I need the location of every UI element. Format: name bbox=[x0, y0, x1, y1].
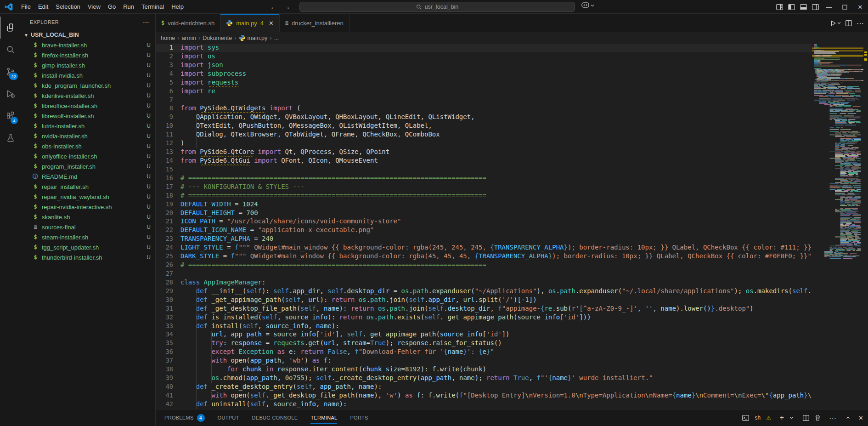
warning-icon[interactable]: ⚠ bbox=[766, 415, 772, 421]
folder-section-header[interactable]: ▼ USR_LOCAL_BIN bbox=[21, 30, 155, 40]
code-line[interactable]: 1import sys bbox=[156, 44, 812, 52]
code-line[interactable]: 31 def _get_desktop_file_path(self, name… bbox=[156, 305, 812, 313]
menu-edit[interactable]: Edit bbox=[34, 0, 52, 13]
activity-testing[interactable] bbox=[0, 127, 21, 149]
back-button[interactable]: ← bbox=[270, 3, 277, 11]
explorer-more-actions-button[interactable]: ⋯ bbox=[143, 18, 150, 26]
panel-tab-terminal[interactable]: TERMINAL bbox=[310, 409, 337, 426]
file-item[interactable]: $gimp-installer.shU bbox=[21, 60, 155, 70]
code-line[interactable]: 21ICON_PATH = "/usr/local/share/icons/vo… bbox=[156, 217, 812, 226]
code-line[interactable]: 18# ====================================… bbox=[156, 192, 812, 200]
file-item[interactable]: $skanlite.shU bbox=[21, 212, 155, 222]
file-item[interactable]: $tgg_script_updater.shU bbox=[21, 242, 155, 252]
code-line[interactable]: 42 def uninstall(self, source_info, name… bbox=[156, 400, 812, 409]
file-item[interactable]: $librewolf-installer.shU bbox=[21, 111, 155, 121]
command-center-search[interactable]: usr_local_bin bbox=[299, 2, 575, 12]
kill-terminal-button[interactable] bbox=[815, 415, 821, 421]
menu-terminal[interactable]: Terminal bbox=[138, 0, 168, 13]
code-line[interactable]: 4import subprocess bbox=[156, 70, 812, 79]
toggle-panel-button[interactable] bbox=[797, 0, 809, 14]
code-line[interactable]: 27 bbox=[156, 270, 812, 278]
code-line[interactable]: 39 os.chmod(app_path, 0o755); self._crea… bbox=[156, 374, 812, 383]
file-item[interactable]: $thunderbird-installer.shU bbox=[21, 252, 155, 262]
file-item[interactable]: $kdenlive-installer.shU bbox=[21, 91, 155, 101]
code-line[interactable]: 35 try: response = requests.get(url, str… bbox=[156, 339, 812, 348]
menu-go[interactable]: Go bbox=[104, 0, 119, 13]
menu-help[interactable]: Help bbox=[168, 0, 187, 13]
breadcrumb-item[interactable]: home bbox=[161, 35, 175, 41]
file-item[interactable]: $repair-nvidia-interactive.shU bbox=[21, 202, 155, 212]
panel-more-actions-button[interactable]: ⋯ bbox=[829, 414, 837, 422]
file-item[interactable]: $brave-installer.shU bbox=[21, 40, 155, 50]
activity-explorer[interactable] bbox=[0, 17, 21, 39]
minimize-button[interactable]: — bbox=[821, 0, 837, 14]
code-line[interactable]: 24LIGHT_STYLE = f""" QWidget#main_window… bbox=[156, 244, 812, 252]
code-line[interactable]: 11 QDialog, QTextBrowser, QTabWidget, QF… bbox=[156, 131, 812, 139]
file-item[interactable]: $program_installer.shU bbox=[21, 161, 155, 171]
code-line[interactable]: 41 with open(self._get_desktop_file_path… bbox=[156, 392, 812, 400]
code-line[interactable]: 8from PySide6.QtWidgets import ( bbox=[156, 104, 812, 113]
breadcrumb-item[interactable]: ... bbox=[274, 35, 279, 41]
file-item[interactable]: $obs-installer.shU bbox=[21, 141, 155, 151]
code-line[interactable]: 5import requests bbox=[156, 79, 812, 87]
code-line[interactable]: 17# --- KONFIGURATION & STYLES --- bbox=[156, 183, 812, 192]
close-tab-button[interactable]: ✕ bbox=[269, 20, 274, 27]
file-item[interactable]: $firefox-installer.shU bbox=[21, 50, 155, 60]
editor-tab-void-einrichten.sh[interactable]: $void-einrichten.sh bbox=[156, 14, 220, 32]
code-line[interactable]: 9 QApplication, QWidget, QVBoxLayout, QH… bbox=[156, 113, 812, 122]
code-line[interactable]: 23TRANSPARENCY_ALPHA = 240 bbox=[156, 235, 812, 244]
file-item[interactable]: $steam-installer.shU bbox=[21, 232, 155, 242]
breadcrumb-item[interactable]: Dokumente bbox=[203, 35, 232, 41]
code-line[interactable]: 36 except Exception as e: return False, … bbox=[156, 348, 812, 357]
overview-ruler[interactable] bbox=[863, 44, 868, 409]
menu-run[interactable]: Run bbox=[119, 0, 138, 13]
code-line[interactable]: 15 bbox=[156, 165, 812, 174]
code-line[interactable]: 32 def is_installed(self, source_info): … bbox=[156, 313, 812, 322]
maximize-panel-button[interactable] bbox=[846, 416, 850, 419]
code-line[interactable]: 20DEFAULT_HEIGHT = 700 bbox=[156, 209, 812, 218]
new-terminal-button[interactable]: + bbox=[780, 414, 784, 422]
file-item[interactable]: $lutris-installer.shU bbox=[21, 121, 155, 131]
file-item[interactable]: $repair_nvidia_wayland.shU bbox=[21, 192, 155, 202]
code-line[interactable]: 37 with open(app_path, 'wb') as f: bbox=[156, 357, 812, 365]
toggle-primary-sidebar-button[interactable] bbox=[785, 0, 797, 14]
panel-tab-output[interactable]: OUTPUT bbox=[218, 409, 239, 426]
activity-run-and-debug[interactable] bbox=[0, 83, 21, 105]
activity-extensions[interactable]: 4 bbox=[0, 105, 21, 127]
code-line[interactable]: 25DARK_STYLE = f""" QWidget#main_window … bbox=[156, 252, 812, 261]
file-item[interactable]: $libreoffice-installer.shU bbox=[21, 101, 155, 111]
code-line[interactable]: 6import re bbox=[156, 87, 812, 96]
split-editor-button[interactable] bbox=[845, 20, 852, 26]
editor-tab-drucker_installieren[interactable]: ≡drucker_installieren bbox=[280, 14, 349, 32]
toggle-secondary-sidebar-button[interactable] bbox=[809, 0, 821, 14]
minimap[interactable] bbox=[812, 44, 863, 409]
code-line[interactable]: 28class AppImageManager: bbox=[156, 278, 812, 287]
activity-source-control[interactable]: 22 bbox=[0, 61, 21, 83]
breadcrumb-item[interactable]: main.py bbox=[239, 34, 268, 41]
code-line[interactable]: 12) bbox=[156, 139, 812, 148]
forward-button[interactable]: → bbox=[283, 3, 290, 11]
code-line[interactable]: 3import json bbox=[156, 61, 812, 70]
code-line[interactable]: 10 QTextEdit, QPushButton, QMessageBox, … bbox=[156, 122, 812, 131]
panel-tab-debug-console[interactable]: DEBUG CONSOLE bbox=[252, 409, 298, 426]
menu-view[interactable]: View bbox=[84, 0, 104, 13]
code-line[interactable]: 26# ====================================… bbox=[156, 261, 812, 270]
code-line[interactable]: 22DEFAULT_ICON_NAME = "application-x-exe… bbox=[156, 226, 812, 235]
code-line[interactable]: 33 def install(self, source_info, name): bbox=[156, 322, 812, 331]
menu-file[interactable]: File bbox=[17, 0, 34, 13]
code-line[interactable]: 14from PySide6.QtGui import QFont, QIcon… bbox=[156, 157, 812, 165]
breadcrumb-item[interactable]: armin bbox=[182, 35, 196, 41]
code-line[interactable]: 13from PySide6.QtCore import Qt, QProces… bbox=[156, 148, 812, 157]
file-item[interactable]: $kde_program_launcher.shU bbox=[21, 80, 155, 91]
code-line[interactable]: 30 def _get_appimage_path(self, url): re… bbox=[156, 296, 812, 305]
file-item[interactable]: ⓘREADME.mdU bbox=[21, 171, 155, 182]
terminal-shell-label[interactable]: sh bbox=[755, 415, 761, 421]
code-line[interactable]: 16# ====================================… bbox=[156, 174, 812, 183]
file-item[interactable]: $nvidia-installer.shU bbox=[21, 131, 155, 141]
code-line[interactable]: 19DEFAULT_WIDTH = 1024 bbox=[156, 200, 812, 209]
menu-selection[interactable]: Selection bbox=[52, 0, 84, 13]
editor-more-actions-button[interactable]: ⋯ bbox=[857, 19, 864, 28]
split-terminal-button[interactable] bbox=[803, 415, 809, 421]
code-line[interactable]: 7 bbox=[156, 96, 812, 105]
terminal-dropdown-button[interactable] bbox=[789, 416, 794, 419]
